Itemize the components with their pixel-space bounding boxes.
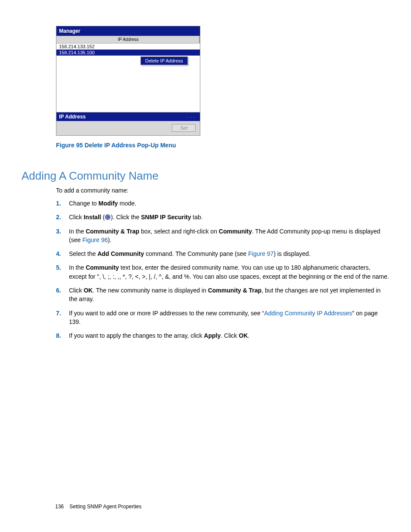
step-number: 8. (56, 331, 61, 340)
step-text: box, select and right-click on (139, 228, 218, 235)
page-footer: 136 Setting SNMP Agent Properties (55, 504, 142, 510)
document-page: Manager IP Address 158.214.133.152 158.2… (0, 0, 411, 532)
step-number: 3. (56, 227, 61, 236)
bold-text: Community (219, 228, 252, 235)
step-text: Change to (69, 200, 99, 207)
link-figure-96[interactable]: Figure 96 (82, 236, 108, 243)
step-text: In the (69, 228, 86, 235)
step-text: ) is displayed. (274, 250, 311, 257)
context-menu: Delete IP Address (140, 56, 188, 65)
set-button[interactable]: Set (172, 124, 196, 132)
step-number: 1. (56, 199, 61, 208)
bold-text: Install (84, 214, 101, 221)
column-header-bar: IP Address (56, 36, 200, 44)
step-2: 2. Click Install (). Click the SNMP IP S… (56, 213, 389, 221)
link-adding-community-ip[interactable]: Adding Community IP Addresses (264, 310, 352, 317)
steps-list: 1. Change to Modify mode. 2. Click Insta… (56, 199, 389, 340)
step-text: Click (69, 287, 84, 294)
step-4: 4. Select the Add Community command. The… (56, 249, 389, 258)
column-separator (199, 36, 200, 43)
intro-text: To add a community name: (56, 187, 389, 194)
step-text: If you want to apply the changes to the … (69, 332, 204, 339)
step-7: 7. If you want to add one or more IP add… (56, 309, 389, 327)
footer-bar: IP Address ··· (56, 112, 200, 121)
step-number: 6. (56, 286, 61, 295)
step-text: If you want to add one or more IP addres… (69, 310, 264, 317)
step-number: 4. (56, 249, 61, 258)
footer-label: IP Address (59, 114, 86, 120)
figure-95: Manager IP Address 158.214.133.152 158.2… (56, 26, 200, 136)
step-text: Click (69, 214, 84, 221)
link-figure-97[interactable]: Figure 97 (248, 250, 274, 257)
bold-text: OK (239, 332, 248, 339)
install-icon (105, 214, 111, 220)
section-heading: Adding A Community Name (22, 169, 389, 183)
step-text: In the (69, 264, 86, 271)
page-number: 136 (55, 504, 68, 510)
footer-title: Setting SNMP Agent Properties (69, 504, 141, 510)
step-number: 5. (56, 263, 61, 272)
figure-window: Manager IP Address 158.214.133.152 158.2… (56, 26, 200, 136)
list-item[interactable]: 158.214.135.100 (56, 50, 200, 56)
column-header-ip: IP Address (118, 37, 138, 42)
step-3: 3. In the Community & Trap box, select a… (56, 227, 389, 245)
bold-text: Add Community (97, 250, 144, 257)
footer-input-area: ··· (187, 114, 197, 120)
step-text: Select the (69, 250, 97, 257)
figure-footer: IP Address ··· Set (56, 112, 200, 135)
bold-text: Community (86, 264, 119, 271)
bold-text: Apply (204, 332, 221, 339)
step-text: . Click (221, 332, 239, 339)
bold-text: Modify (99, 200, 118, 207)
step-text: tab. (191, 214, 202, 221)
step-text: ). (108, 236, 112, 243)
bold-text: Community & Trap (208, 287, 262, 294)
figure-title-bar: Manager (56, 26, 200, 36)
step-text: ). Click the (111, 214, 141, 221)
menu-item-delete-ip[interactable]: Delete IP Address (141, 57, 187, 65)
dots-icon: ··· (187, 115, 197, 119)
list-item[interactable]: 158.214.133.152 (56, 44, 200, 50)
bold-text: SNMP IP Security (141, 214, 191, 221)
figure-caption: Figure 95 Delete IP Address Pop-Up Menu (56, 142, 389, 149)
step-5: 5. In the Community text box, enter the … (56, 263, 389, 281)
bold-text: OK (84, 287, 93, 294)
set-row: Set (56, 121, 200, 135)
step-text: . The new community name is displayed in (93, 287, 208, 294)
bold-text: Community & Trap (86, 228, 139, 235)
step-number: 7. (56, 309, 61, 317)
step-text: mode. (118, 200, 137, 207)
step-6: 6. Click OK. The new community name is d… (56, 286, 389, 304)
step-number: 2. (56, 213, 61, 221)
step-8: 8. If you want to apply the changes to t… (56, 331, 389, 340)
step-text: command. The Community pane (see (144, 250, 248, 257)
step-1: 1. Change to Modify mode. (56, 199, 389, 208)
ip-list: 158.214.133.152 158.214.135.100 Delete I… (56, 44, 200, 112)
step-text: . (248, 332, 249, 339)
step-text: ( (101, 214, 105, 221)
